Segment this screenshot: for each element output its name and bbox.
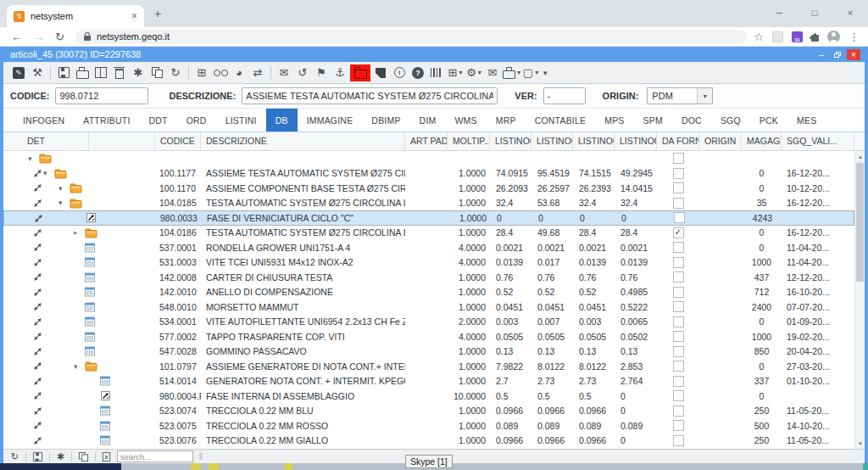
info-button[interactable]: i — [391, 64, 408, 81]
tab-contabile[interactable]: CONTABILE — [526, 109, 596, 131]
tab-dbimp[interactable]: DBIMP — [362, 109, 409, 131]
tree-expander-open-icon[interactable]: ▾ — [74, 362, 85, 371]
table-row[interactable]: 980.0004.PFASE INTERNA DI ASSEMBLAGGIO10… — [3, 389, 854, 404]
statusbar-refresh-button[interactable]: ↻ — [11, 451, 19, 461]
open-folder-button[interactable] — [350, 64, 370, 81]
settings-menu-button[interactable]: ⚙▾ — [465, 64, 482, 81]
pie-chart-button[interactable]: ◕ — [231, 64, 248, 81]
toolbar-overflow-chevron[interactable]: ▾ — [543, 69, 548, 77]
flag-button[interactable]: ⚑ — [313, 64, 330, 81]
tab-infogen[interactable]: INFOGEN — [14, 109, 74, 131]
detail-arrow-icon[interactable] — [33, 199, 42, 208]
tab-listini[interactable]: LISTINI — [216, 109, 266, 131]
table-row[interactable]: 537.0001RONDELLA GROWER UNI1751-A 44.000… — [3, 240, 854, 255]
print-menu-button[interactable]: ▾ — [503, 64, 520, 81]
dashboard-button[interactable] — [212, 64, 229, 81]
help-button[interactable]: ? — [409, 64, 426, 81]
detail-arrow-icon[interactable] — [33, 361, 42, 371]
table-row[interactable]: 142.0008CARTER DI CHIUSURA TESTA1.00000.… — [3, 270, 854, 285]
grid-scrollbar[interactable]: ▴ ▾ — [854, 151, 865, 449]
table-row[interactable]: 548.0010MORSETTO MAMMUT1.00000.04510.045… — [3, 299, 854, 315]
table-row[interactable]: ▾101.0797ASSIEME GENERATORE DI NOTA CONT… — [3, 359, 854, 374]
da-fornitore-checkbox[interactable] — [673, 242, 684, 253]
da-fornitore-checkbox[interactable] — [673, 257, 684, 268]
tab-wms[interactable]: WMS — [445, 109, 486, 131]
table-row[interactable]: ▾104.0185TESTA AUTOMATIC SYSTEM Ø275 CIR… — [3, 196, 854, 211]
mail-send-button[interactable]: ✉ — [484, 64, 501, 81]
da-fornitore-checkbox[interactable] — [673, 420, 684, 431]
wrench-button[interactable]: ⚒ — [29, 64, 46, 81]
refresh-button[interactable]: ↻ — [167, 64, 184, 81]
tab-spm[interactable]: SPM — [634, 109, 672, 131]
scroll-down-icon[interactable]: ▾ — [855, 438, 865, 449]
forward-icon[interactable]: → — [33, 31, 44, 42]
detail-arrow-icon[interactable] — [34, 214, 43, 223]
table-menu-button[interactable]: ⊞▾ — [447, 64, 464, 81]
table-row[interactable]: ▾100.1177ASSIEME TESTA AUTOMATIC SYSTEM … — [3, 166, 854, 182]
ver-input[interactable] — [543, 87, 586, 104]
new-tab-button[interactable]: + — [154, 7, 161, 20]
detail-arrow-icon[interactable] — [33, 258, 42, 267]
tree-expander-open-icon[interactable]: ▾ — [28, 154, 39, 163]
column-header[interactable]: DET — [3, 132, 89, 150]
column-header[interactable]: ORIGIN — [699, 132, 742, 150]
da-fornitore-checkbox[interactable] — [673, 198, 684, 209]
statusbar-excel-export-button[interactable]: X — [103, 451, 110, 461]
tab-pck[interactable]: PCK — [750, 109, 787, 131]
table-button[interactable]: ⊞ — [193, 64, 210, 81]
table-row[interactable]: 523.0074TRECCIOLA 0.22 MM BLU1.00000.096… — [3, 404, 854, 419]
da-fornitore-checkbox[interactable]: ✓ — [673, 227, 684, 238]
da-fornitore-checkbox[interactable] — [674, 212, 685, 223]
detail-arrow-icon[interactable] — [33, 169, 42, 178]
table-row[interactable]: 547.0028GOMMINO PASSACAVO1.00000.130.130… — [3, 344, 854, 360]
address-bar[interactable]: netsystem.geqo.it — [75, 30, 747, 44]
extensions-puzzle-icon[interactable] — [811, 35, 819, 42]
tab-ord[interactable]: ORD — [177, 109, 216, 131]
detail-arrow-icon[interactable] — [33, 436, 42, 445]
note-button[interactable] — [372, 64, 389, 81]
tree-expander-open-icon[interactable]: ▾ — [43, 169, 54, 177]
anchor-button[interactable]: ⚓ — [331, 64, 348, 81]
tab-db[interactable]: DB — [266, 109, 298, 131]
table-row[interactable]: 523.0076TRECCIOLA 0.22 MM GIALLO1.00000.… — [3, 434, 854, 449]
table-row[interactable]: 531.0003VITE TCEI UNI5931 M4x12 INOX-A24… — [3, 255, 854, 271]
column-header[interactable]: MOLTIP... — [448, 132, 490, 150]
edit-button[interactable]: ✎ — [10, 64, 27, 81]
bookmark-star-icon[interactable]: ☆ — [754, 31, 764, 43]
column-header[interactable] — [89, 132, 155, 150]
mail-button[interactable]: ✉ — [275, 64, 292, 81]
print-button[interactable] — [74, 64, 91, 81]
tab-dim[interactable]: DIM — [410, 109, 446, 131]
column-header[interactable]: MAGAGI... — [742, 132, 782, 150]
copy-button[interactable] — [148, 64, 165, 81]
back-icon[interactable]: ← — [11, 31, 22, 42]
da-fornitore-checkbox[interactable] — [673, 271, 684, 283]
statusbar-copy-button[interactable] — [79, 451, 88, 461]
detail-arrow-icon[interactable] — [33, 377, 42, 386]
column-header[interactable]: LISTINOC... — [615, 132, 657, 150]
scroll-up-icon[interactable]: ▴ — [855, 151, 865, 162]
tab-immagine[interactable]: IMMAGINE — [298, 109, 363, 131]
delete-button[interactable] — [111, 64, 128, 81]
codice-input[interactable] — [55, 87, 148, 104]
swap-button[interactable]: ⇄ — [249, 64, 266, 81]
table-row[interactable]: 523.0075TRECCIOLA 0.22 MM ROSSO1.00000.0… — [3, 418, 854, 434]
browser-close-button[interactable]: × — [832, 8, 868, 18]
da-fornitore-checkbox[interactable] — [673, 406, 684, 417]
detail-arrow-icon[interactable] — [33, 391, 42, 400]
column-header[interactable]: SGQ_VALI... — [782, 132, 854, 150]
column-header[interactable]: CODICE — [155, 132, 201, 150]
search-input[interactable] — [117, 450, 193, 462]
da-fornitore-checkbox[interactable] — [673, 153, 684, 164]
tab-attributi[interactable]: ATTRIBUTI — [74, 109, 139, 131]
shape-menu-button[interactable]: ▢▾ — [522, 64, 539, 81]
extension-icon-gray[interactable] — [772, 31, 783, 42]
table-row[interactable]: 534.0001VITE AUTOFILETTANTE UNI6954 2.2x… — [3, 315, 854, 330]
scrollbar-thumb[interactable] — [856, 163, 864, 282]
table-row[interactable]: 514.0014GENERATORE NOTA CONT. + INTERMIT… — [3, 374, 854, 389]
barcode-button[interactable] — [428, 64, 445, 81]
tab-close-icon[interactable]: × — [131, 11, 137, 21]
da-fornitore-checkbox[interactable] — [673, 331, 684, 342]
detail-arrow-icon[interactable] — [33, 421, 42, 430]
window-close-button[interactable]: × — [847, 49, 860, 60]
